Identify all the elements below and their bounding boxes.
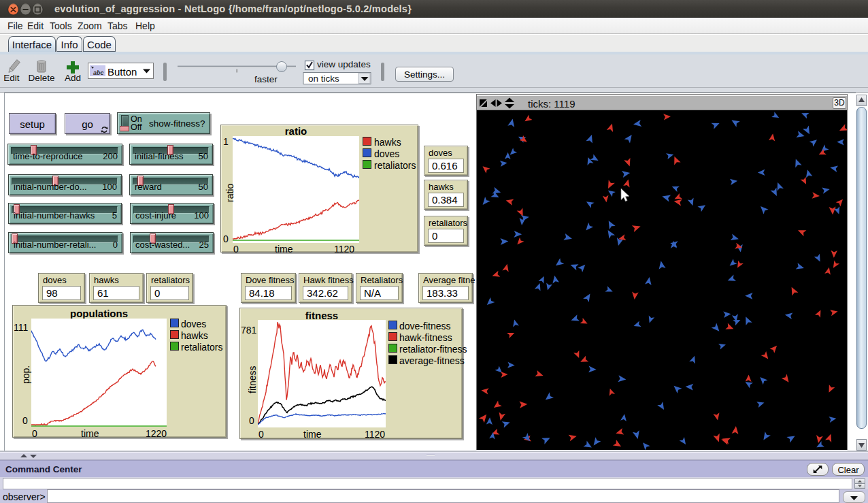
- svg-text:abc: abc: [93, 69, 104, 76]
- svg-text:Button: Button: [107, 66, 137, 78]
